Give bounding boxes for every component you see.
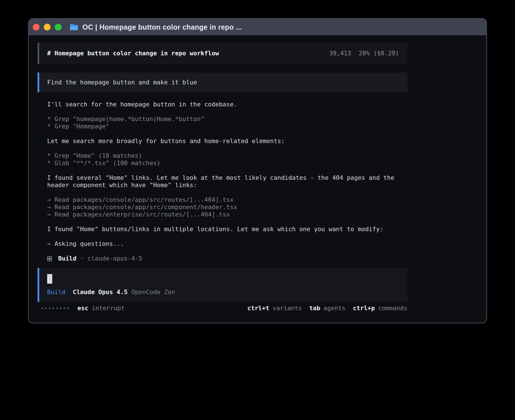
- context-usage: 20% ($0.29): [359, 50, 399, 57]
- tool-call-line: * Glob "**/*.tsx" (100 matches): [47, 159, 407, 167]
- assistant-message: I found "Home" buttons/links in multiple…: [47, 226, 407, 233]
- tool-call-line: → Read packages/enterprise/src/routes/[.…: [47, 211, 407, 218]
- agent-name: Build: [58, 255, 77, 262]
- assistant-message: I'll search for the homepage button in t…: [47, 101, 407, 108]
- spinner-dot: [60, 307, 62, 309]
- separator-dot: ·: [80, 255, 84, 262]
- token-count: 39,413: [329, 50, 351, 57]
- tool-call-group: → Read packages/console/app/src/routes/[…: [47, 196, 407, 218]
- esc-key: esc: [77, 305, 88, 312]
- tool-call-line: → Read packages/console/app/src/routes/[…: [47, 196, 407, 204]
- provider-name: OpenCode Zen: [131, 288, 175, 296]
- shortcut-key: tab: [309, 305, 320, 312]
- spinner-dot: [49, 307, 51, 309]
- spinner-dot: [45, 307, 47, 309]
- shortcut-label: commands: [378, 305, 407, 312]
- shortcut-key: ctrl+t: [247, 305, 269, 312]
- build-agent-icon: [47, 256, 52, 261]
- agent-mode-label: Build: [47, 288, 66, 296]
- model-name: Claude Opus 4.5: [73, 288, 128, 296]
- terminal: # Homepage button color change in repo w…: [29, 35, 486, 323]
- user-message-block: Find the homepage button and make it blu…: [38, 73, 407, 92]
- session-title: # Homepage button color change in repo w…: [47, 50, 219, 57]
- agents-hint: tab agents: [309, 305, 346, 312]
- session-header: # Homepage button color change in repo w…: [38, 43, 407, 64]
- esc-hint: esc interrupt: [77, 305, 125, 312]
- shortcut-label: variants: [273, 305, 302, 312]
- shortcut-hints: ctrl+t variants tab agents ctrl+p comman…: [247, 305, 407, 312]
- tool-call-line: * Grep "Home" (18 matches): [47, 152, 407, 159]
- shortcut-key: ctrl+p: [353, 305, 375, 312]
- close-button[interactable]: [33, 24, 40, 30]
- asking-status-line: ~ Asking questions...: [47, 240, 407, 248]
- spinner-dot: [42, 307, 43, 309]
- agent-status-line: Build · claude-opus-4-5: [47, 255, 407, 262]
- spinner: [42, 307, 69, 309]
- text-cursor: [47, 274, 52, 284]
- tool-call-line: * Grep "Homepage": [47, 123, 407, 130]
- terminal-window: OC | Homepage button color change in rep…: [28, 18, 487, 323]
- session-stats: 39,413 20% ($0.29): [329, 50, 399, 57]
- prompt-input[interactable]: Build Claude Opus 4.5 OpenCode Zen: [38, 268, 407, 302]
- shortcut-label: agents: [324, 305, 346, 312]
- assistant-message: I found several "Home" links. Let me loo…: [47, 174, 407, 189]
- tool-call-line: → Read packages/console/app/src/componen…: [47, 204, 407, 211]
- status-bar: esc interrupt ctrl+t variants tab agents…: [38, 304, 407, 312]
- spinner-dot: [67, 307, 69, 309]
- folder-icon: [69, 23, 78, 31]
- variants-hint: ctrl+t variants: [247, 305, 302, 312]
- spinner-dot: [64, 307, 65, 309]
- zoom-button[interactable]: [55, 24, 62, 30]
- minimize-button[interactable]: [44, 24, 51, 30]
- tool-call-group: * Grep "homepage|home.*button|Home.*butt…: [47, 115, 407, 130]
- agent-model: claude-opus-4-5: [88, 255, 142, 262]
- titlebar[interactable]: OC | Homepage button color change in rep…: [29, 19, 486, 35]
- chat-log: I'll search for the homepage button in t…: [38, 92, 407, 262]
- model-status-line: Build Claude Opus 4.5 OpenCode Zen: [47, 288, 400, 296]
- window-controls: [33, 24, 62, 30]
- tool-call-line: * Grep "homepage|home.*button|Home.*butt…: [47, 115, 407, 123]
- spinner-dot: [53, 307, 54, 309]
- assistant-message: Let me search more broadly for buttons a…: [47, 137, 407, 145]
- spinner-dot: [56, 307, 58, 309]
- tool-call-group: * Grep "Home" (18 matches) * Glob "**/*.…: [47, 152, 407, 167]
- interrupt-label: interrupt: [92, 305, 125, 312]
- window-title: OC | Homepage button color change in rep…: [82, 23, 242, 31]
- user-message-text: Find the homepage button and make it blu…: [47, 79, 197, 86]
- commands-hint: ctrl+p commands: [353, 305, 407, 312]
